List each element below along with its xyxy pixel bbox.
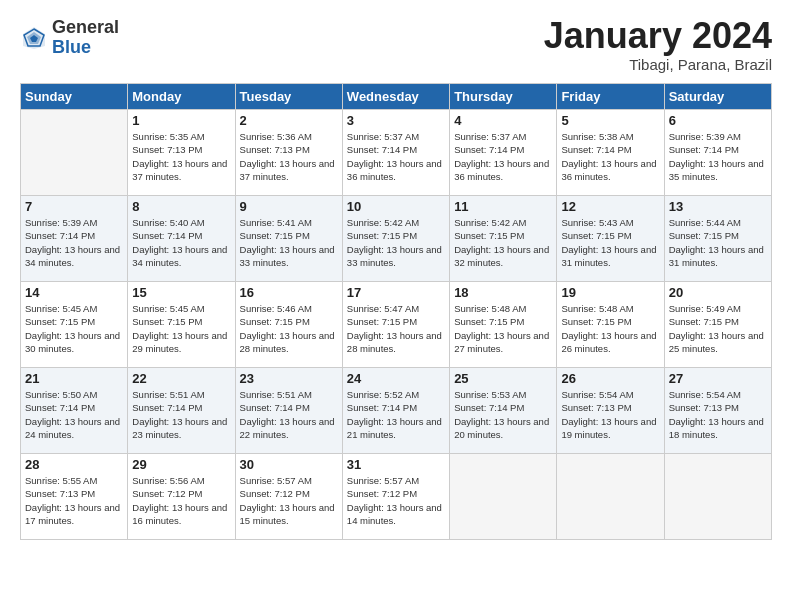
day-number: 12 bbox=[561, 199, 659, 214]
day-info: Sunrise: 5:48 AMSunset: 7:15 PMDaylight:… bbox=[454, 302, 552, 355]
table-row: 18Sunrise: 5:48 AMSunset: 7:15 PMDayligh… bbox=[450, 282, 557, 368]
day-number: 17 bbox=[347, 285, 445, 300]
table-row: 31Sunrise: 5:57 AMSunset: 7:12 PMDayligh… bbox=[342, 454, 449, 540]
calendar-week-row: 21Sunrise: 5:50 AMSunset: 7:14 PMDayligh… bbox=[21, 368, 772, 454]
logo: General Blue bbox=[20, 18, 119, 58]
day-info: Sunrise: 5:49 AMSunset: 7:15 PMDaylight:… bbox=[669, 302, 767, 355]
logo-icon bbox=[20, 24, 48, 52]
day-number: 18 bbox=[454, 285, 552, 300]
table-row: 23Sunrise: 5:51 AMSunset: 7:14 PMDayligh… bbox=[235, 368, 342, 454]
table-row: 15Sunrise: 5:45 AMSunset: 7:15 PMDayligh… bbox=[128, 282, 235, 368]
day-number: 15 bbox=[132, 285, 230, 300]
table-row: 2Sunrise: 5:36 AMSunset: 7:13 PMDaylight… bbox=[235, 110, 342, 196]
table-row: 5Sunrise: 5:38 AMSunset: 7:14 PMDaylight… bbox=[557, 110, 664, 196]
logo-blue-text: Blue bbox=[52, 38, 119, 58]
day-info: Sunrise: 5:42 AMSunset: 7:15 PMDaylight:… bbox=[347, 216, 445, 269]
day-info: Sunrise: 5:35 AMSunset: 7:13 PMDaylight:… bbox=[132, 130, 230, 183]
col-thursday: Thursday bbox=[450, 84, 557, 110]
day-info: Sunrise: 5:47 AMSunset: 7:15 PMDaylight:… bbox=[347, 302, 445, 355]
day-info: Sunrise: 5:37 AMSunset: 7:14 PMDaylight:… bbox=[454, 130, 552, 183]
day-info: Sunrise: 5:56 AMSunset: 7:12 PMDaylight:… bbox=[132, 474, 230, 527]
col-saturday: Saturday bbox=[664, 84, 771, 110]
table-row: 20Sunrise: 5:49 AMSunset: 7:15 PMDayligh… bbox=[664, 282, 771, 368]
day-info: Sunrise: 5:45 AMSunset: 7:15 PMDaylight:… bbox=[132, 302, 230, 355]
table-row: 17Sunrise: 5:47 AMSunset: 7:15 PMDayligh… bbox=[342, 282, 449, 368]
logo-text: General Blue bbox=[52, 18, 119, 58]
table-row: 19Sunrise: 5:48 AMSunset: 7:15 PMDayligh… bbox=[557, 282, 664, 368]
table-row: 4Sunrise: 5:37 AMSunset: 7:14 PMDaylight… bbox=[450, 110, 557, 196]
day-number: 1 bbox=[132, 113, 230, 128]
table-row: 14Sunrise: 5:45 AMSunset: 7:15 PMDayligh… bbox=[21, 282, 128, 368]
day-number: 13 bbox=[669, 199, 767, 214]
table-row bbox=[21, 110, 128, 196]
header: General Blue January 2024 Tibagi, Parana… bbox=[20, 18, 772, 73]
day-info: Sunrise: 5:57 AMSunset: 7:12 PMDaylight:… bbox=[240, 474, 338, 527]
table-row: 22Sunrise: 5:51 AMSunset: 7:14 PMDayligh… bbox=[128, 368, 235, 454]
day-number: 25 bbox=[454, 371, 552, 386]
table-row: 11Sunrise: 5:42 AMSunset: 7:15 PMDayligh… bbox=[450, 196, 557, 282]
day-number: 10 bbox=[347, 199, 445, 214]
table-row: 30Sunrise: 5:57 AMSunset: 7:12 PMDayligh… bbox=[235, 454, 342, 540]
day-number: 21 bbox=[25, 371, 123, 386]
calendar-table: Sunday Monday Tuesday Wednesday Thursday… bbox=[20, 83, 772, 540]
day-info: Sunrise: 5:51 AMSunset: 7:14 PMDaylight:… bbox=[240, 388, 338, 441]
day-info: Sunrise: 5:46 AMSunset: 7:15 PMDaylight:… bbox=[240, 302, 338, 355]
table-row: 24Sunrise: 5:52 AMSunset: 7:14 PMDayligh… bbox=[342, 368, 449, 454]
day-number: 6 bbox=[669, 113, 767, 128]
calendar-week-row: 14Sunrise: 5:45 AMSunset: 7:15 PMDayligh… bbox=[21, 282, 772, 368]
page-container: General Blue January 2024 Tibagi, Parana… bbox=[0, 0, 792, 612]
day-number: 27 bbox=[669, 371, 767, 386]
table-row: 12Sunrise: 5:43 AMSunset: 7:15 PMDayligh… bbox=[557, 196, 664, 282]
table-row: 21Sunrise: 5:50 AMSunset: 7:14 PMDayligh… bbox=[21, 368, 128, 454]
day-info: Sunrise: 5:45 AMSunset: 7:15 PMDaylight:… bbox=[25, 302, 123, 355]
day-info: Sunrise: 5:54 AMSunset: 7:13 PMDaylight:… bbox=[669, 388, 767, 441]
day-number: 22 bbox=[132, 371, 230, 386]
day-info: Sunrise: 5:57 AMSunset: 7:12 PMDaylight:… bbox=[347, 474, 445, 527]
table-row: 10Sunrise: 5:42 AMSunset: 7:15 PMDayligh… bbox=[342, 196, 449, 282]
day-info: Sunrise: 5:48 AMSunset: 7:15 PMDaylight:… bbox=[561, 302, 659, 355]
day-info: Sunrise: 5:38 AMSunset: 7:14 PMDaylight:… bbox=[561, 130, 659, 183]
calendar-week-row: 7Sunrise: 5:39 AMSunset: 7:14 PMDaylight… bbox=[21, 196, 772, 282]
table-row: 25Sunrise: 5:53 AMSunset: 7:14 PMDayligh… bbox=[450, 368, 557, 454]
table-row: 9Sunrise: 5:41 AMSunset: 7:15 PMDaylight… bbox=[235, 196, 342, 282]
day-number: 4 bbox=[454, 113, 552, 128]
day-info: Sunrise: 5:42 AMSunset: 7:15 PMDaylight:… bbox=[454, 216, 552, 269]
day-number: 23 bbox=[240, 371, 338, 386]
day-number: 8 bbox=[132, 199, 230, 214]
col-tuesday: Tuesday bbox=[235, 84, 342, 110]
day-info: Sunrise: 5:55 AMSunset: 7:13 PMDaylight:… bbox=[25, 474, 123, 527]
day-info: Sunrise: 5:40 AMSunset: 7:14 PMDaylight:… bbox=[132, 216, 230, 269]
table-row: 13Sunrise: 5:44 AMSunset: 7:15 PMDayligh… bbox=[664, 196, 771, 282]
table-row: 7Sunrise: 5:39 AMSunset: 7:14 PMDaylight… bbox=[21, 196, 128, 282]
day-number: 16 bbox=[240, 285, 338, 300]
day-number: 28 bbox=[25, 457, 123, 472]
table-row: 27Sunrise: 5:54 AMSunset: 7:13 PMDayligh… bbox=[664, 368, 771, 454]
header-row: Sunday Monday Tuesday Wednesday Thursday… bbox=[21, 84, 772, 110]
logo-general-text: General bbox=[52, 18, 119, 38]
table-row bbox=[557, 454, 664, 540]
col-sunday: Sunday bbox=[21, 84, 128, 110]
day-number: 3 bbox=[347, 113, 445, 128]
day-number: 30 bbox=[240, 457, 338, 472]
day-number: 11 bbox=[454, 199, 552, 214]
table-row: 28Sunrise: 5:55 AMSunset: 7:13 PMDayligh… bbox=[21, 454, 128, 540]
day-number: 29 bbox=[132, 457, 230, 472]
day-info: Sunrise: 5:50 AMSunset: 7:14 PMDaylight:… bbox=[25, 388, 123, 441]
table-row: 3Sunrise: 5:37 AMSunset: 7:14 PMDaylight… bbox=[342, 110, 449, 196]
table-row bbox=[664, 454, 771, 540]
day-info: Sunrise: 5:51 AMSunset: 7:14 PMDaylight:… bbox=[132, 388, 230, 441]
day-number: 26 bbox=[561, 371, 659, 386]
calendar-location: Tibagi, Parana, Brazil bbox=[544, 56, 772, 73]
day-number: 5 bbox=[561, 113, 659, 128]
table-row: 16Sunrise: 5:46 AMSunset: 7:15 PMDayligh… bbox=[235, 282, 342, 368]
day-number: 31 bbox=[347, 457, 445, 472]
day-number: 20 bbox=[669, 285, 767, 300]
day-number: 24 bbox=[347, 371, 445, 386]
calendar-week-row: 28Sunrise: 5:55 AMSunset: 7:13 PMDayligh… bbox=[21, 454, 772, 540]
table-row: 1Sunrise: 5:35 AMSunset: 7:13 PMDaylight… bbox=[128, 110, 235, 196]
table-row: 8Sunrise: 5:40 AMSunset: 7:14 PMDaylight… bbox=[128, 196, 235, 282]
day-info: Sunrise: 5:54 AMSunset: 7:13 PMDaylight:… bbox=[561, 388, 659, 441]
day-number: 9 bbox=[240, 199, 338, 214]
table-row: 6Sunrise: 5:39 AMSunset: 7:14 PMDaylight… bbox=[664, 110, 771, 196]
table-row bbox=[450, 454, 557, 540]
